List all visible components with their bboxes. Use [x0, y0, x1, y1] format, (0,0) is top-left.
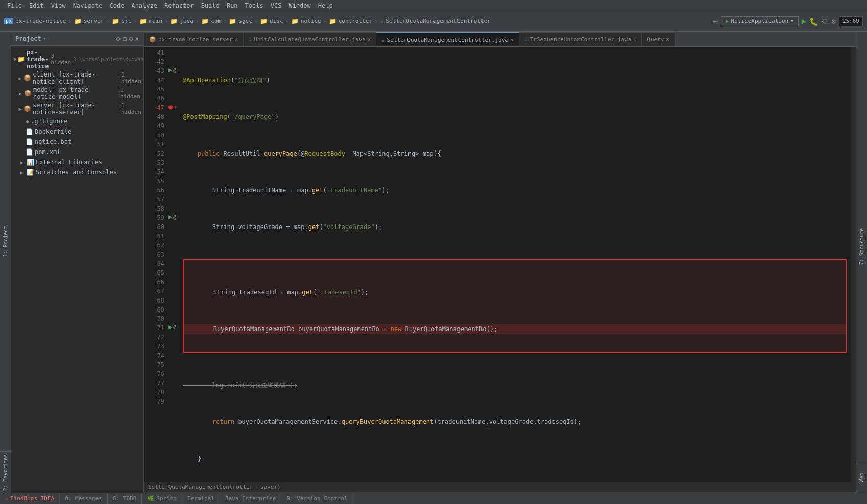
line-num-47: 47 — [144, 103, 164, 112]
tab-unitcalculate-close[interactable]: × — [368, 37, 371, 42]
line-num-51: 51 — [144, 140, 164, 149]
breadcrumb-main[interactable]: main — [149, 18, 163, 24]
menu-build[interactable]: Build — [198, 0, 223, 11]
bottom-tab-versioncontrol[interactable]: 9: Version Control — [281, 493, 353, 505]
bottom-tab-findbugs[interactable]: ★ FindBugs-IDEA — [0, 493, 60, 505]
coverage-button[interactable]: 🛡 — [821, 17, 828, 26]
breadcrumb-com[interactable]: com — [211, 18, 221, 24]
bottom-tab-todo-label: 6: TODO — [113, 495, 136, 502]
tree-root[interactable]: ▼ 📁 px-trade-notice 3 hidden D:\works\pr… — [11, 48, 143, 70]
menu-file[interactable]: File — [4, 0, 25, 11]
panel-dropdown-icon[interactable]: ▾ — [43, 36, 46, 41]
line-num-69: 69 — [144, 305, 164, 314]
menu-refactor[interactable]: Refactor — [161, 0, 197, 11]
tab-unitcalculate-label: UnitCalculateQuotaController.java — [254, 36, 366, 43]
tree-noticebat[interactable]: 📄 notice.bat — [11, 137, 143, 147]
line-num-72: 72 — [144, 333, 164, 342]
line-num-46: 46 — [144, 94, 164, 103]
tab-server-close[interactable]: × — [235, 37, 238, 42]
tab-trsequence[interactable]: ☕ TrSequenceUnionController.java × — [519, 32, 642, 46]
tab-trsequence-close[interactable]: × — [633, 37, 636, 42]
project-panel-tab[interactable]: 1: Project — [0, 32, 11, 452]
panel-settings-icon[interactable]: ⚙ — [116, 35, 120, 43]
profile-button[interactable]: ⚙ — [831, 17, 835, 26]
menu-tools[interactable]: Tools — [242, 0, 267, 11]
run-gutter-icon[interactable]: ▶ — [168, 66, 172, 73]
tab-seller-close[interactable]: × — [511, 37, 514, 43]
line-num-52: 52 — [144, 149, 164, 158]
menu-window[interactable]: Window — [285, 0, 314, 11]
breadcrumb-java[interactable]: java — [180, 18, 194, 24]
tree-model-hidden: 1 hidden — [120, 87, 141, 100]
favorites-panel-tab[interactable]: 2: Favorites — [0, 452, 11, 493]
tree-extlib[interactable]: ▶ 📊 External Libraries — [11, 157, 143, 167]
bottom-tab-spring[interactable]: 🌿 Spring — [142, 493, 182, 505]
menu-vcs[interactable]: VCS — [268, 0, 285, 11]
gutter-bp-47[interactable]: ● → — [168, 102, 177, 111]
scrollbar-vertical[interactable] — [851, 47, 856, 482]
gutter-icons-59[interactable]: ▶ @ — [168, 212, 176, 221]
tree-client[interactable]: ▶ 📦 client [px-trade-notice-client] 1 hi… — [11, 70, 143, 86]
menu-navigate[interactable]: Navigate — [70, 0, 106, 11]
run-gutter-icon-59[interactable]: ▶ — [168, 213, 172, 220]
breakpoint-icon[interactable]: ● — [168, 103, 173, 111]
run-button[interactable]: ▶ — [802, 16, 807, 26]
panel-gear-icon[interactable]: ⚙ — [129, 35, 133, 43]
breadcrumb-sgcc[interactable]: sgcc — [238, 18, 252, 24]
tree-server[interactable]: ▶ 📦 server [px-trade-notice-server] 1 hi… — [11, 101, 143, 116]
breadcrumb-method-name[interactable]: save() — [260, 484, 281, 490]
debug-button[interactable]: 🐛 — [809, 17, 818, 26]
folder-icon-com: 📁 — [201, 18, 209, 25]
menu-analyze[interactable]: Analyze — [128, 0, 160, 11]
folder-icon-disc: 📁 — [260, 18, 268, 25]
gutter-icons-43[interactable]: ▶ @ — [168, 65, 176, 74]
back-button[interactable]: ↩ — [713, 16, 718, 26]
gutter-icons-71[interactable]: ▶ @ — [168, 322, 176, 332]
error-arrow-icon: → — [173, 103, 176, 110]
structure-panel-tab[interactable]: 7: Structure — [856, 32, 867, 462]
tree-model[interactable]: ▶ 📦 model [px-trade-notice-model] 1 hidd… — [11, 86, 143, 101]
menu-run[interactable]: Run — [224, 0, 241, 11]
tree-pomxml[interactable]: 📄 pom.xml — [11, 147, 143, 157]
run-config-selector[interactable]: ▶ NoticeApplication ▾ — [721, 16, 799, 26]
line-num-50: 50 — [144, 131, 164, 140]
tab-unitcalculate[interactable]: ☕ UnitCalculateQuotaController.java × — [244, 32, 376, 46]
tree-dockerfile[interactable]: 📄 Dockerfile — [11, 127, 143, 137]
run-gutter-icon-71[interactable]: ▶ — [168, 323, 172, 331]
web-panel-tab[interactable]: Web — [856, 462, 867, 493]
menu-help[interactable]: Help — [315, 0, 336, 11]
bottom-tab-javaenterprise[interactable]: Java Enterprise — [220, 493, 281, 505]
breadcrumb-notice[interactable]: notice — [301, 18, 321, 24]
tab-server[interactable]: 📦 px-trade-notice-server × — [144, 32, 244, 46]
breadcrumb-disc[interactable]: disc — [270, 18, 283, 24]
line-num-63: 63 — [144, 250, 164, 259]
tab-query[interactable]: Query × — [642, 32, 675, 46]
tree-dockerfile-label: Dockerfile — [35, 128, 71, 135]
tab-seller[interactable]: ☕ SellerQuotaManagementController.java × — [376, 32, 519, 46]
bottom-tab-todo[interactable]: 6: TODO — [108, 493, 142, 505]
tree-scratches[interactable]: ▶ 📝 Scratches and Consoles — [11, 167, 143, 178]
bottom-tab-messages[interactable]: 0: Messages — [60, 493, 108, 505]
tab-query-close[interactable]: × — [666, 37, 669, 42]
folder-icon-java: 📁 — [170, 18, 178, 25]
code-line-43: public ResultUtil queryPage(@RequestBody… — [183, 149, 847, 158]
line-num-70: 70 — [144, 314, 164, 323]
breadcrumb-project[interactable]: px-trade-notice — [15, 18, 66, 24]
tree-gitignore[interactable]: ◆ .gitignore — [11, 116, 143, 127]
breadcrumb-class-name[interactable]: SellerQuotaManagementController — [148, 484, 253, 490]
breadcrumb-src[interactable]: src — [122, 18, 132, 24]
breadcrumb-controller[interactable]: controller — [339, 18, 372, 24]
panel-layout-icon[interactable]: ⊟ — [123, 35, 127, 43]
tab-server-icon: 📦 — [149, 36, 156, 43]
right-side-panels: 7: Structure Web — [856, 32, 867, 493]
menu-view[interactable]: View — [48, 0, 69, 11]
panel-close-icon[interactable]: × — [135, 35, 139, 43]
breadcrumb-server[interactable]: server — [84, 18, 104, 24]
breadcrumb-class[interactable]: SellerQuotaManagementController — [386, 18, 490, 24]
bottom-tab-terminal[interactable]: Terminal — [182, 493, 220, 505]
panel-header: Project ▾ ⚙ ⊟ ⚙ × — [11, 32, 143, 46]
menu-code[interactable]: Code — [107, 0, 128, 11]
code-content[interactable]: @ApiOperation("分页查询") @PostMapping("/que… — [179, 47, 851, 482]
code-line-48: log.info("分页查询测试"); — [183, 381, 847, 390]
menu-edit[interactable]: Edit — [26, 0, 47, 11]
